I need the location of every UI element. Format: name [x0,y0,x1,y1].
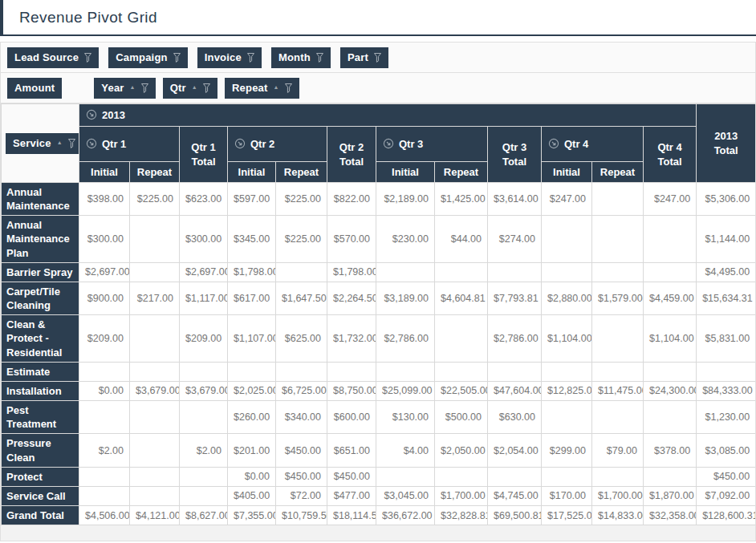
data-cell [327,362,376,381]
data-cell [435,362,488,381]
filter-icon[interactable] [203,83,210,93]
column-header-qtr1: Qtr 1 [79,127,180,162]
collapse-icon[interactable] [86,138,97,149]
field-label: Campaign [116,51,167,63]
collapse-icon[interactable] [383,138,394,149]
collapse-icon[interactable] [548,138,559,149]
data-cell: $7,355.00 [228,505,276,525]
column-header-initial: Initial [228,162,276,183]
filter-icon[interactable] [173,53,181,63]
data-cell: $900.00 [79,282,130,314]
data-cell [228,362,276,381]
column-header-initial: Initial [376,162,435,183]
field-button-campaign[interactable]: Campaign [108,47,187,68]
data-cell: $477.00 [327,486,376,505]
data-cell: $1,107.00 [228,315,276,362]
field-button-service[interactable]: Service ▲ [6,133,79,154]
data-cell: $10,759.50 [276,505,327,525]
data-cell: $2,697.00 [79,262,130,282]
data-cell: $4,459.00 [644,282,697,314]
pivot-row: Carpet/Tile Cleaning$900.00$217.00$1,117… [2,282,756,314]
data-cell: $201.00 [228,434,276,467]
data-cell: $0.00 [79,381,130,400]
data-cell [592,183,644,216]
data-cell: $4,604.81 [435,282,488,314]
data-cell [130,467,180,486]
grand-total-row: Grand Total$4,506.00$4,121.00$8,627.00$7… [2,505,756,525]
pivot-row: Clean & Protect - Residential$209.00$209… [2,315,756,362]
data-cell: $260.00 [228,401,276,434]
data-cell: $3,679.00 [130,381,180,400]
field-button-lead-source[interactable]: Lead Source [7,47,99,68]
data-cell: $1,425.00 [435,183,488,216]
row-header: Service Call [2,486,79,505]
field-label: Qtr [170,82,186,94]
filter-icon[interactable] [68,139,75,148]
data-cell: $4,495.00 [697,262,756,282]
field-button-part[interactable]: Part [340,47,388,68]
data-cell [542,362,592,381]
field-button-year[interactable]: Year ▲ [94,78,155,99]
data-cell [180,486,228,505]
filter-icon[interactable] [141,83,148,93]
filter-icon[interactable] [374,53,381,63]
pivot-row: Annual Maintenance Plan$300.00$300.00$34… [2,216,756,262]
column-header-qtr2: Qtr 2 [228,127,327,162]
pivot-table: Service ▲ 2013 2013 Total Qtr 1 Qtr 1 To… [1,103,756,525]
sort-asc-icon: ▲ [130,84,136,90]
field-label: Repeat [232,82,268,94]
field-button-invoice[interactable]: Invoice [197,47,262,68]
row-header: Pest Treatment [2,401,79,434]
data-cell: $822.00 [327,183,376,216]
data-cell: $300.00 [180,216,228,262]
field-button-qtr[interactable]: Qtr ▲ [163,78,217,99]
row-area-corner: Service ▲ [2,104,79,183]
data-cell: $15,634.31 [697,282,756,314]
data-cell [488,262,542,282]
data-cell [276,362,327,381]
data-cell [644,362,697,381]
data-cell: $398.00 [79,183,130,216]
data-cell: $4,745.00 [488,486,542,505]
data-cell: $79.00 [592,434,644,467]
field-button-repeat[interactable]: Repeat ▲ [225,78,299,99]
pivot-row: Service Call$405.00$72.00$477.00$3,045.0… [2,486,756,505]
collapse-icon[interactable] [86,109,97,120]
data-cell: $3,189.00 [376,282,435,314]
pivot-row: Installation$0.00$3,679.00$3,679.00$2,02… [2,381,756,400]
column-header-repeat: Repeat [130,162,180,183]
data-cell: $11,475.00 [592,381,644,400]
field-label: Part [348,51,368,63]
field-button-month[interactable]: Month [271,47,331,68]
column-header-repeat: Repeat [592,162,644,183]
data-cell [488,362,542,381]
data-cell [592,401,644,434]
filter-icon[interactable] [84,53,91,63]
data-cell: $1,144.00 [697,216,756,262]
pivot-row: Annual Maintenance$398.00$225.00$623.00$… [2,183,756,216]
filter-icon[interactable] [285,83,292,93]
data-cell: $25,099.00 [376,381,435,400]
title-accent-bar [0,0,3,34]
data-cell: $450.00 [327,467,376,486]
pivot-grid: Lead Source Campaign Invoice Month Part … [0,42,756,541]
column-header-qtr2-total: Qtr 2 Total [327,127,376,183]
data-cell [592,262,644,282]
data-cell: $6,725.00 [276,381,327,400]
data-cell [180,362,228,381]
data-cell: $3,679.00 [180,381,228,400]
column-header-2013-total: 2013 Total [697,104,756,183]
data-cell [644,216,697,262]
pivot-row: Pressure Clean$2.00$2.00$201.00$450.00$6… [2,434,756,467]
data-cell: $1,104.00 [542,315,592,362]
collapse-icon[interactable] [234,138,246,149]
filter-icon[interactable] [247,53,254,63]
data-cell: $340.00 [276,401,327,434]
data-cell [79,486,130,505]
page-title: Revenue Pivot Grid [19,9,157,26]
field-label: Year [101,82,124,94]
title-bar: Revenue Pivot Grid [0,0,756,36]
field-button-amount[interactable]: Amount [7,78,62,99]
filter-icon[interactable] [316,53,323,63]
data-cell: $130.00 [376,401,435,434]
